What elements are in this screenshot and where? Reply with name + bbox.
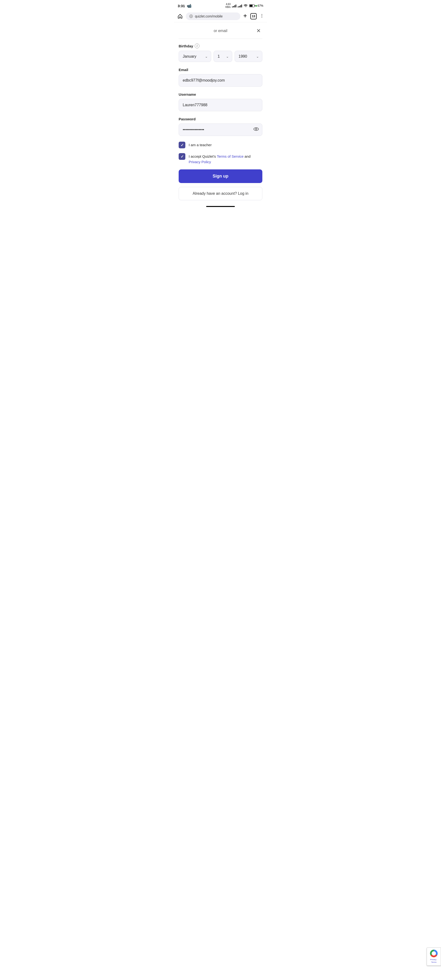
battery-percentage: 67%: [258, 4, 263, 7]
teacher-checkbox-row: ✓ I am a teacher: [179, 142, 262, 148]
home-bar: [206, 206, 235, 207]
battery-indicator: 67%: [249, 4, 263, 7]
terms-of-service-link[interactable]: Terms of Service: [217, 154, 244, 158]
terms-label-and: and: [243, 154, 251, 158]
browser-actions: 13: [243, 13, 264, 19]
username-input[interactable]: [179, 99, 262, 111]
tab-counter[interactable]: 13: [251, 13, 257, 19]
privacy-policy-link[interactable]: Privacy Policy: [189, 160, 211, 164]
close-button[interactable]: ✕: [255, 27, 262, 35]
browser-menu-button[interactable]: [260, 13, 264, 19]
terms-checkbox[interactable]: ✓: [179, 153, 186, 160]
year-select[interactable]: 1990: [235, 51, 262, 62]
signup-button[interactable]: Sign up: [179, 169, 262, 183]
signal-bars-2: [238, 4, 242, 7]
month-select[interactable]: January February March April May June Ju…: [179, 51, 211, 62]
svg-point-4: [254, 128, 259, 130]
birthday-section: Birthday i January February March April …: [179, 43, 262, 62]
day-select-wrapper: 1 ⌄: [214, 51, 232, 62]
password-visibility-toggle[interactable]: [253, 126, 259, 133]
signal-bar2-2: [239, 6, 240, 7]
home-button[interactable]: [177, 13, 183, 20]
username-section: Username: [179, 92, 262, 111]
battery-charging-dot: [255, 5, 257, 7]
signal-bar-1: [232, 6, 233, 7]
teacher-checkmark: ✓: [181, 143, 184, 147]
signal-bar2-4: [241, 5, 242, 7]
battery-icon: [249, 4, 254, 7]
url-bar[interactable]: quizlet.com/mobile: [186, 13, 240, 20]
email-section: Email: [179, 68, 262, 87]
status-bar: 3:31 📹 4.63KB/s 67%: [174, 0, 267, 11]
svg-point-1: [262, 14, 262, 15]
svg-point-5: [255, 129, 257, 130]
username-label: Username: [179, 92, 262, 96]
email-label: Email: [179, 68, 262, 72]
terms-checkbox-label: I accept Quizlet's Terms of Service and …: [189, 153, 251, 165]
status-time: 3:31: [178, 4, 185, 8]
email-input[interactable]: [179, 74, 262, 87]
year-select-wrapper: 1990 ⌄: [235, 51, 262, 62]
terms-checkmark: ✓: [181, 154, 184, 159]
or-email-text: or email: [186, 29, 255, 33]
new-tab-button[interactable]: [243, 13, 247, 19]
email-header: or email ✕: [179, 22, 262, 39]
signal-bar2-1: [238, 6, 238, 7]
birthday-label: Birthday i: [179, 43, 262, 48]
camera-icon: 📹: [187, 3, 192, 8]
battery-fill: [250, 5, 252, 7]
terms-checkbox-row: ✓ I accept Quizlet's Terms of Service an…: [179, 153, 262, 165]
month-select-wrapper: January February March April May June Ju…: [179, 51, 211, 62]
signal-bar-3: [234, 5, 235, 7]
home-indicator: [174, 204, 267, 208]
wifi-icon: [243, 4, 248, 7]
birthday-row: January February March April May June Ju…: [179, 51, 262, 62]
login-button[interactable]: Already have an account? Log in: [179, 187, 262, 200]
svg-point-2: [262, 16, 262, 16]
teacher-checkbox[interactable]: ✓: [179, 142, 186, 148]
terms-label-prefix: I accept Quizlet's: [189, 154, 217, 158]
network-speed: 4.63KB/s: [225, 3, 230, 9]
browser-bar: quizlet.com/mobile 13: [174, 11, 267, 22]
password-input[interactable]: [179, 124, 262, 136]
url-text: quizlet.com/mobile: [195, 14, 223, 18]
password-input-wrapper: [179, 124, 262, 136]
svg-point-3: [262, 17, 262, 18]
password-section: Password: [179, 117, 262, 136]
birthday-info-icon[interactable]: i: [195, 43, 200, 48]
teacher-checkbox-label: I am a teacher: [189, 142, 212, 148]
day-select[interactable]: 1: [214, 51, 232, 62]
site-icon: [189, 14, 193, 18]
signal-bar-4: [236, 5, 236, 7]
password-label: Password: [179, 117, 262, 121]
signal-bar2-3: [240, 5, 241, 7]
signal-bars: [232, 4, 236, 7]
signal-bar-2: [233, 6, 234, 7]
status-icons: 4.63KB/s 67%: [225, 3, 263, 9]
main-content: or email ✕ Birthday i January February M…: [174, 22, 267, 204]
